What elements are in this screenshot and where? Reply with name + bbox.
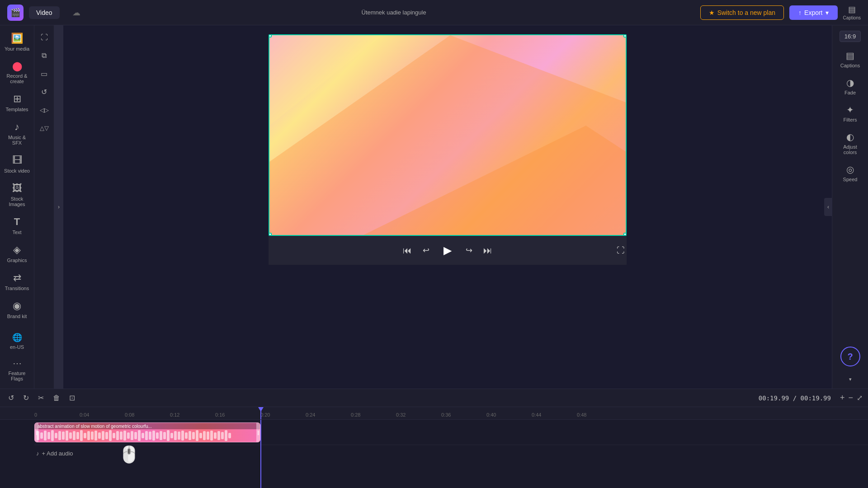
app-logo: 🎬 — [7, 5, 24, 21]
right-panel-fade[interactable]: ◑ Fade — [835, 75, 866, 98]
captions-label: Captions — [843, 15, 861, 20]
sidebar-item-label-feature-flags: Feature Flags — [4, 371, 31, 381]
save-frame-button[interactable]: ⊡ — [66, 392, 78, 404]
wave-bar — [142, 433, 144, 438]
wave-bar — [170, 433, 173, 438]
cut-button[interactable]: ✂ — [35, 392, 47, 404]
flip-v-button[interactable]: △▽ — [37, 120, 52, 136]
sidebar-item-transitions[interactable]: ⇄ Transitions — [2, 268, 33, 295]
delete-button[interactable]: 🗑 — [50, 392, 63, 404]
right-panel-speed[interactable]: ◎ Speed — [835, 161, 866, 185]
wave-bar — [210, 431, 213, 441]
right-panel-toggle[interactable]: ‹ — [824, 198, 832, 216]
selection-handle-br[interactable] — [623, 233, 627, 236]
screen-button[interactable]: ▭ — [37, 66, 52, 81]
sidebar-item-text[interactable]: T Text — [2, 212, 33, 239]
cloud-save-icon[interactable]: ☁ — [65, 5, 88, 20]
sidebar-item-graphics[interactable]: ◈ Graphics — [2, 240, 33, 267]
feature-flags-icon: ⋯ — [13, 358, 22, 369]
timeline-body: 0 0:04 0:08 0:12 0:16 0:20 0:24 0:28 0:3… — [0, 407, 868, 488]
app-logo-icon: 🎬 — [10, 8, 20, 18]
video-canvas[interactable] — [269, 34, 627, 236]
clip-handle-right[interactable]: ‖ — [256, 423, 260, 442]
canvas-with-tools: ⛶ ⧉ ▭ ↺ ◁▷ △▽ › — [34, 25, 868, 389]
flip-h-button[interactable]: ◁▷ — [37, 102, 52, 117]
speed-icon: ◎ — [846, 164, 854, 175]
tool-panel-toggle[interactable]: › — [54, 25, 63, 389]
right-panel-filters[interactable]: ✦ Filters — [835, 102, 866, 125]
speed-label: Speed — [843, 177, 858, 182]
wave-bar — [87, 431, 90, 440]
text-icon: T — [14, 216, 20, 228]
skip-forward-button[interactable]: ⏭ — [481, 244, 494, 258]
expand-timeline-button[interactable]: ⤢ — [857, 394, 863, 402]
topbar-title: Ütemnek uadie lapingule — [362, 9, 426, 16]
record-create-icon: ⬤ — [12, 61, 22, 71]
wave-bar — [47, 432, 50, 439]
rewind-button[interactable]: ↩ — [421, 244, 431, 257]
sidebar-item-language[interactable]: 🌐 en-US — [2, 330, 33, 352]
video-tab[interactable]: Video — [29, 6, 60, 19]
sidebar-item-feature-flags[interactable]: ⋯ Feature Flags — [2, 354, 33, 385]
wave-bar — [149, 432, 151, 440]
ruler-mark-08: 0:08 — [125, 412, 134, 418]
clip-handle-left[interactable]: ‖ — [35, 423, 38, 442]
wave-bar — [109, 430, 112, 441]
rotate-button[interactable]: ↺ — [37, 84, 52, 99]
captions-button[interactable]: ▤ Captions — [843, 5, 861, 20]
main-layout: 🖼️ Your media ⬤ Record & create ⊞ Templa… — [0, 25, 868, 389]
wave-bar — [91, 432, 94, 440]
redo-button[interactable]: ↻ — [20, 392, 32, 404]
wave-bar — [66, 431, 68, 441]
wave-bar — [40, 432, 43, 439]
skip-back-button[interactable]: ⏮ — [401, 244, 414, 258]
right-panel-captions[interactable]: ▤ Captions — [835, 47, 866, 71]
sidebar-item-record-create[interactable]: ⬤ Record & create — [2, 57, 33, 88]
sidebar-item-stock-images[interactable]: 🖼 Stock Images — [2, 179, 33, 211]
graphics-icon: ◈ — [13, 244, 21, 256]
upload-icon: ↑ — [798, 9, 802, 16]
wave-bar — [94, 431, 97, 441]
music-note-icon: ♪ — [36, 450, 39, 457]
right-panel-adjust-colors[interactable]: ◐ Adjust colors — [835, 129, 866, 158]
video-clip[interactable]: ‖ abstract animation of slow motion of g… — [34, 422, 260, 442]
zoom-out-button[interactable]: − — [848, 393, 853, 403]
fullscreen-button[interactable]: ⛶ — [615, 244, 627, 257]
aspect-ratio-badge[interactable]: 16:9 — [840, 31, 861, 42]
selection-handle-tr[interactable] — [623, 34, 627, 38]
forward-button[interactable]: ↪ — [464, 244, 474, 257]
sidebar-item-your-media[interactable]: 🖼️ Your media — [2, 29, 33, 55]
canvas-overlay — [269, 35, 626, 235]
sidebar-item-templates[interactable]: ⊞ Templates — [2, 89, 33, 116]
play-button[interactable]: ▶ — [439, 241, 457, 259]
export-chevron-icon: ▾ — [826, 9, 829, 16]
sidebar-item-label-text: Text — [12, 230, 21, 235]
crop-button[interactable]: ⧉ — [37, 48, 52, 63]
fit-button[interactable]: ⛶ — [37, 30, 52, 45]
add-audio-row[interactable]: ♪ + Add audio — [34, 445, 868, 461]
wave-bar — [145, 431, 148, 440]
sidebar-item-music-sfx[interactable]: ♪ Music & SFX — [2, 117, 33, 149]
help-button[interactable]: ? — [840, 347, 860, 366]
ruler-mark-20: 0:20 — [260, 412, 270, 418]
selection-handle-bl[interactable] — [269, 233, 272, 236]
collapse-button[interactable]: ▾ — [835, 374, 866, 385]
export-button[interactable]: ↑ Export ▾ — [789, 5, 837, 20]
transitions-icon: ⇄ — [13, 272, 21, 284]
zoom-in-button[interactable]: + — [840, 393, 845, 403]
question-mark-icon: ? — [847, 352, 853, 362]
topbar: 🎬 Video ☁ Ütemnek uadie lapingule ★ Swit… — [0, 0, 868, 25]
star-icon: ★ — [709, 9, 715, 16]
sidebar-item-label-templates: Templates — [5, 107, 28, 112]
sidebar-item-brand-kit[interactable]: ◉ Brand kit — [2, 296, 33, 323]
adjust-colors-label: Adjust colors — [838, 144, 863, 155]
switch-plan-button[interactable]: ★ Switch to a new plan — [700, 5, 784, 20]
music-sfx-icon: ♪ — [14, 121, 19, 133]
selection-handle-tl[interactable] — [269, 34, 272, 38]
wave-bar — [221, 432, 224, 439]
playhead-triangle — [258, 407, 264, 412]
ruler-mark-28: 0:28 — [351, 412, 360, 418]
undo-button[interactable]: ↺ — [5, 392, 17, 404]
video-background — [269, 35, 626, 235]
sidebar-item-stock-video[interactable]: 🎞 Stock video — [2, 151, 33, 177]
